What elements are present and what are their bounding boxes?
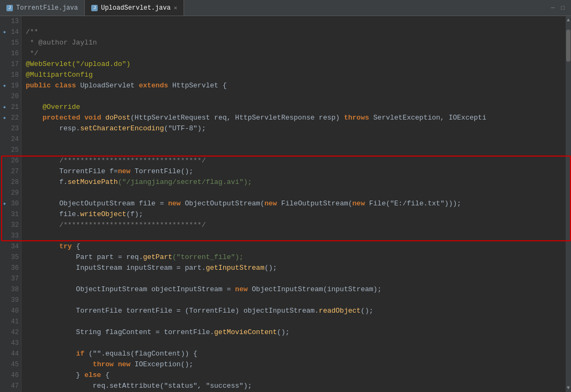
code-line-45: throw new IOException();	[26, 359, 566, 370]
line-number-24: 24	[2, 134, 19, 145]
code-line-25	[26, 145, 566, 156]
line-number-40: 40	[2, 306, 19, 316]
code-line-29	[26, 188, 566, 198]
code-line-24	[26, 134, 566, 145]
tab-label-torrentfile: TorrentFile.java	[16, 4, 78, 12]
code-line-41	[26, 316, 566, 327]
line-number-18: 18	[2, 70, 19, 80]
line-number-17: 17	[2, 59, 19, 70]
code-area[interactable]: 1314151617181920212223242526272829303132…	[0, 16, 571, 392]
code-line-30: ObjectOutputStream file = new ObjectOutp…	[26, 198, 566, 209]
line-number-37: 37	[2, 273, 19, 284]
line-number-31: 31	[2, 209, 19, 220]
line-number-38: 38	[2, 284, 19, 295]
minimize-button[interactable]: ─	[549, 4, 557, 12]
code-line-28: f.setMoviePath("/jiangjiang/secret/flag.…	[26, 177, 566, 188]
tab-torrentfile[interactable]: J TorrentFile.java	[0, 0, 85, 16]
code-line-14: /**	[26, 27, 566, 38]
line-number-45: 45	[2, 359, 19, 370]
line-number-15: 15	[2, 38, 19, 48]
tab-icon-torrentfile: J	[6, 5, 13, 11]
code-line-47: req.setAttribute("status", "success");	[26, 381, 566, 391]
code-line-34: try {	[26, 241, 566, 252]
code-line-32: /*********************************/	[26, 220, 566, 231]
line-number-44: 44	[2, 349, 19, 359]
scroll-down-arrow[interactable]: ▼	[566, 384, 571, 392]
code-line-20	[26, 91, 566, 102]
line-number-22: 22	[2, 113, 19, 123]
line-number-23: 23	[2, 123, 19, 134]
code-line-16: */	[26, 48, 566, 59]
code-line-22: protected void doPost(HttpServletRequest…	[26, 113, 566, 123]
line-number-35: 35	[2, 252, 19, 263]
line-number-34: 34	[2, 241, 19, 252]
code-line-19: public class UploadServlet extends HttpS…	[26, 80, 566, 91]
code-line-13	[26, 16, 566, 27]
line-number-26: 26	[2, 156, 19, 166]
line-number-28: 28	[2, 177, 19, 188]
maximize-button[interactable]: □	[559, 4, 567, 12]
scrollbar-thumb[interactable]	[566, 29, 570, 62]
line-number-36: 36	[2, 263, 19, 273]
line-number-25: 25	[2, 145, 19, 156]
line-number-43: 43	[2, 338, 19, 349]
line-number-29: 29	[2, 188, 19, 198]
code-line-46: } else {	[26, 370, 566, 381]
code-line-15: * @author Jayl1n	[26, 38, 566, 48]
line-number-21: 21	[2, 102, 19, 113]
line-number-14: 14	[2, 27, 19, 38]
code-line-26: /*********************************/	[26, 156, 566, 166]
vertical-scrollbar[interactable]: ▲ ▼	[566, 16, 571, 392]
line-numbers: 1314151617181920212223242526272829303132…	[0, 16, 21, 392]
code-line-23: resp.setCharacterEncoding("UTF-8");	[26, 123, 566, 134]
tab-uploadservlet[interactable]: J UploadServlet.java ✕	[85, 0, 184, 16]
window-controls: ─ □	[549, 4, 571, 12]
code-line-39	[26, 295, 566, 306]
tab-bar: J TorrentFile.java J UploadServlet.java …	[0, 0, 571, 16]
line-number-33: 33	[2, 231, 19, 241]
line-number-47: 47	[2, 381, 19, 391]
code-line-18: @MultipartConfig	[26, 70, 566, 80]
line-number-13: 13	[2, 16, 19, 27]
code-line-35: Part part = req.getPart("torrent_file");	[26, 252, 566, 263]
line-number-42: 42	[2, 327, 19, 338]
scroll-up-arrow[interactable]: ▲	[566, 16, 571, 24]
line-number-19: 19	[2, 80, 19, 91]
line-number-39: 39	[2, 295, 19, 306]
tab-close-button[interactable]: ✕	[174, 4, 178, 11]
line-number-41: 41	[2, 316, 19, 327]
code-content[interactable]: /** * @author Jayl1n */@WebServlet("/upl…	[21, 16, 566, 392]
code-line-36: InputStream inputStream = part.getInputS…	[26, 263, 566, 273]
tab-icon-uploadservlet: J	[91, 5, 98, 11]
code-line-42: String flagContent = torrentFile.getMovi…	[26, 327, 566, 338]
code-line-21: @Override	[26, 102, 566, 113]
code-line-27: TorrentFile f=new TorrentFile();	[26, 166, 566, 177]
line-number-32: 32	[2, 220, 19, 231]
line-number-46: 46	[2, 370, 19, 381]
code-line-37	[26, 273, 566, 284]
code-line-33	[26, 231, 566, 241]
code-line-38: ObjectInputStream objectInputStream = ne…	[26, 284, 566, 295]
line-number-27: 27	[2, 166, 19, 177]
code-line-31: file.writeObject(f);	[26, 209, 566, 220]
code-line-17: @WebServlet("/upload.do")	[26, 59, 566, 70]
line-number-16: 16	[2, 48, 19, 59]
tab-label-uploadservlet: UploadServlet.java	[101, 4, 171, 12]
line-number-20: 20	[2, 91, 19, 102]
editor-container: J TorrentFile.java J UploadServlet.java …	[0, 0, 571, 392]
line-number-30: 30	[2, 198, 19, 209]
code-line-43	[26, 338, 566, 349]
code-line-44: if ("".equals(flagContent)) {	[26, 349, 566, 359]
code-line-40: TorrentFile torrentFile = (TorrentFile) …	[26, 306, 566, 316]
